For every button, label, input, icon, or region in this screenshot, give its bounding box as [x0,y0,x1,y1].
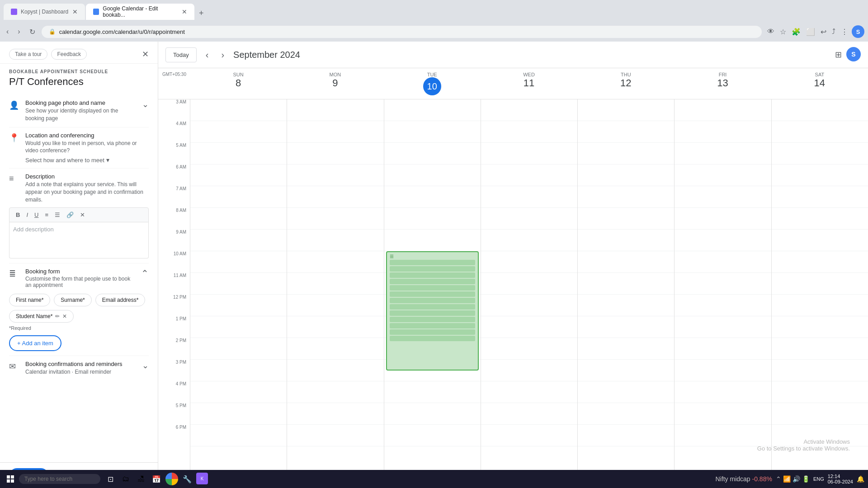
hour-line [578,338,674,360]
hour-line [384,186,481,208]
hour-line [384,99,481,121]
hour-line [772,360,868,381]
browser-tabs: Kopyst | Dashboard ✕ Google Calendar - E… [4,4,864,20]
eye-icon[interactable]: 👁 [765,26,776,38]
reload-button[interactable]: ↻ [27,26,38,38]
field-first-name[interactable]: First name* [9,294,50,306]
hour-line [287,164,383,186]
field-surname[interactable]: Surname* [54,294,91,306]
section-booking-form: ≣ Booking form Customise the form that p… [9,263,149,356]
hour-line [190,273,287,295]
taskbar-gcal-icon[interactable]: 📅 [150,473,163,485]
appointment-event[interactable]: ☰ [386,251,479,371]
day-col-tue[interactable]: ☰ [384,99,481,488]
hour-line [287,295,383,316]
task-view-icon[interactable]: ⊡ [104,473,117,485]
booking-photo-expand-icon[interactable]: ⌄ [142,99,149,109]
description-textarea[interactable]: Add description [9,222,149,258]
description-icon: ≡ [9,174,20,183]
battery-icon[interactable]: 🔋 [802,475,810,483]
hour-line [772,230,868,251]
lock-icon: 🔒 [49,28,56,35]
day-col-wed[interactable] [481,99,577,488]
feedback-button[interactable]: Feedback [51,49,87,60]
share-icon[interactable]: ⤴ [830,26,837,38]
day-col-mon[interactable] [287,99,383,488]
event-row [390,304,475,310]
forward-button[interactable]: › [15,26,23,38]
ordered-list-button[interactable]: ≡ [42,210,51,220]
add-item-button[interactable]: + Add an item [9,335,61,351]
hour-line [190,121,287,143]
user-avatar[interactable]: S [852,25,864,38]
panel-close-button[interactable]: ✕ [142,49,149,59]
hour-line [675,143,771,164]
hour-line [578,186,674,208]
panel-header: Take a tour Feedback ✕ [0,42,158,64]
extension-icon[interactable]: 🧩 [790,26,802,38]
link-button[interactable]: 🔗 [64,210,76,220]
explorer-icon[interactable]: 🗂 [119,473,132,485]
field-email[interactable]: Email address* [95,294,146,306]
cal-next-button[interactable]: › [217,48,228,62]
today-button[interactable]: Today [165,47,197,62]
day-col-thu[interactable] [577,99,674,488]
tab-kopyst[interactable]: Kopyst | Dashboard ✕ [4,4,85,20]
menu-icon[interactable]: ⋮ [839,26,850,38]
tab-gcal-close[interactable]: ✕ [182,8,187,15]
location-select[interactable]: Select how and where to meet ▾ [25,156,149,164]
volume-icon[interactable]: 🔊 [793,475,800,483]
section-location[interactable]: 📍 Location and conferencing Would you li… [9,127,149,169]
chrome-icon[interactable] [165,473,178,485]
section-booking-photo[interactable]: 👤 Booking page photo and name See how yo… [9,95,149,127]
unordered-list-button[interactable]: ☰ [52,210,63,220]
address-bar[interactable]: 🔒 calendar.google.com/calendar/u/0/r/app… [42,26,762,38]
tour-button[interactable]: Take a tour [9,49,47,60]
cal-prev-button[interactable]: ‹ [202,48,212,62]
hour-line [384,121,481,143]
remove-icon[interactable]: ✕ [62,313,67,319]
hour-line [772,251,868,273]
booking-photo-title: Booking page photo and name [25,99,137,106]
panel-tour-feedback: Take a tour Feedback [9,49,87,60]
hour-line [675,316,771,338]
cal-user-avatar[interactable]: S [846,47,861,61]
section-confirmations[interactable]: ✉ Booking confirmations and reminders Ca… [9,356,149,380]
extension2-icon[interactable]: ⬜ [804,26,817,38]
tab-kopyst-close[interactable]: ✕ [72,8,78,15]
start-button[interactable] [4,472,17,486]
hour-line [384,381,481,403]
bf-title: Booking form [25,268,136,275]
taskbar-search[interactable] [19,474,100,484]
bf-collapse-icon[interactable]: ⌃ [141,268,149,279]
arrow-up-icon[interactable]: ⌃ [776,475,781,483]
another-icon[interactable]: 🔧 [181,473,193,485]
new-tab-button[interactable]: + [195,7,208,20]
tab-gcal[interactable]: Google Calendar - Edit bookab... ✕ [86,4,194,20]
star-icon[interactable]: ☆ [778,26,788,38]
day-col-sun[interactable] [190,99,287,488]
network-icon[interactable]: 📶 [783,475,791,483]
confirm-expand-icon[interactable]: ⌄ [142,361,149,371]
photos-icon[interactable]: 🏖 [135,473,147,485]
apps-icon[interactable]: ⊞ [832,47,844,62]
italic-button[interactable]: I [24,210,31,220]
bold-button[interactable]: B [13,210,23,220]
hour-line [772,273,868,295]
back-button[interactable]: ‹ [4,26,11,38]
history-back-icon[interactable]: ↩ [819,26,828,38]
kopyst-taskbar-icon[interactable]: K [196,473,208,484]
time-slot: 6 PM [158,425,190,446]
cal-day-fri: FRI 13 [674,68,771,99]
notification-icon[interactable]: 🔔 [857,475,864,483]
field-student-name[interactable]: Student Name* ✏ ✕ [9,310,74,323]
hour-line [190,186,287,208]
hour-line [287,316,383,338]
underline-button[interactable]: U [32,210,41,220]
edit-icon[interactable]: ✏ [55,313,60,319]
clear-format-button[interactable]: ✕ [77,210,88,220]
day-col-sat[interactable] [771,99,868,488]
hour-line [578,360,674,381]
day-col-fri[interactable] [674,99,771,488]
hour-line [190,164,287,186]
